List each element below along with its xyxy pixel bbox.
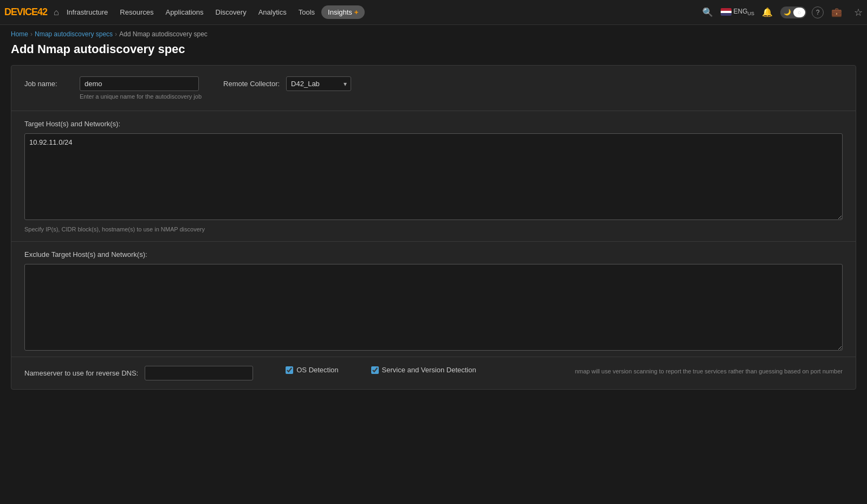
main-form-card: Job name: Enter a unique name for the au…	[11, 65, 856, 390]
job-name-hint: Enter a unique name for the autodiscover…	[80, 93, 202, 100]
exclude-hosts-label: Exclude Target Host(s) and Network(s):	[24, 250, 843, 259]
page-title: Add Nmap autodiscovery spec	[0, 40, 867, 65]
nav-item-infrastructure[interactable]: Infrastructure	[61, 5, 114, 20]
breadcrumb-nmap-specs[interactable]: Nmap autodiscovery specs	[35, 30, 113, 38]
nav-item-resources[interactable]: Resources	[114, 5, 159, 20]
flag-icon	[721, 8, 732, 16]
nav-item-discovery[interactable]: Discovery	[210, 5, 252, 20]
remote-collector-label: Remote Collector:	[223, 76, 280, 88]
exclude-hosts-textarea[interactable]	[24, 264, 843, 351]
nav-item-tools[interactable]: Tools	[293, 5, 320, 20]
target-hosts-textarea[interactable]: 10.92.11.0/24	[24, 133, 843, 220]
os-detection-group: OS Detection	[286, 366, 338, 374]
remote-collector-wrapper: D42_Lab Default Remote1	[286, 76, 351, 91]
nameserver-input[interactable]	[145, 366, 253, 380]
nav-items: Infrastructure Resources Applications Di…	[61, 5, 365, 20]
os-detection-label: OS Detection	[296, 366, 338, 374]
bottom-section: Nameserver to use for reverse DNS: OS De…	[11, 357, 856, 389]
job-name-group: Job name: Enter a unique name for the au…	[24, 76, 202, 100]
service-version-checkbox[interactable]	[371, 366, 379, 374]
target-hosts-section: Target Host(s) and Network(s): 10.92.11.…	[11, 111, 856, 242]
lang-label: ENGUS	[733, 8, 754, 16]
service-version-hint: nmap will use version scanning to report…	[575, 366, 843, 374]
home-icon[interactable]: ⌂	[54, 8, 59, 17]
help-icon[interactable]: ?	[812, 7, 824, 18]
nav-item-insights[interactable]: Insights+	[321, 5, 365, 19]
breadcrumb: Home › Nmap autodiscovery specs › Add Nm…	[0, 25, 867, 40]
breadcrumb-current: Add Nmap autodiscovery spec	[119, 30, 208, 38]
dns-group: Nameserver to use for reverse DNS:	[24, 366, 253, 380]
breadcrumb-sep1: ›	[30, 30, 33, 38]
target-hosts-hint: Specify IP(s), CIDR block(s), hostname(s…	[24, 222, 843, 241]
remote-collector-select[interactable]: D42_Lab Default Remote1	[286, 76, 351, 91]
job-name-input[interactable]	[80, 76, 199, 91]
light-mode-btn[interactable]: ○	[793, 8, 805, 17]
dark-mode-btn[interactable]: 🌙	[781, 8, 793, 17]
nav-item-applications[interactable]: Applications	[160, 5, 209, 20]
language-selector[interactable]: ENGUS	[721, 8, 754, 16]
service-version-group: Service and Version Detection	[371, 366, 476, 374]
job-name-section: Job name: Enter a unique name for the au…	[11, 66, 856, 111]
remote-collector-group: Remote Collector: D42_Lab Default Remote…	[223, 76, 351, 91]
theme-toggle[interactable]: 🌙 ○	[780, 7, 806, 18]
os-detection-checkbox[interactable]	[286, 366, 293, 374]
nav-item-analytics[interactable]: Analytics	[253, 5, 292, 20]
star-icon[interactable]: ☆	[854, 7, 863, 18]
bell-icon[interactable]: 🔔	[760, 5, 775, 20]
breadcrumb-home[interactable]: Home	[11, 30, 28, 38]
search-icon[interactable]: 🔍	[700, 5, 715, 20]
target-hosts-label: Target Host(s) and Network(s):	[24, 120, 843, 128]
nav-right: 🔍 ENGUS 🔔 🌙 ○ ? 💼 ☆	[700, 5, 863, 20]
job-name-label: Job name:	[24, 76, 73, 88]
briefcase-icon[interactable]: 💼	[829, 5, 844, 20]
exclude-hosts-section: Exclude Target Host(s) and Network(s):	[11, 242, 856, 357]
breadcrumb-sep2: ›	[115, 30, 117, 38]
top-navigation: DEVICE42 ⌂ Infrastructure Resources Appl…	[0, 0, 867, 25]
service-version-label: Service and Version Detection	[382, 366, 476, 374]
logo[interactable]: DEVICE42	[4, 7, 47, 18]
nameserver-label: Nameserver to use for reverse DNS:	[24, 366, 138, 377]
